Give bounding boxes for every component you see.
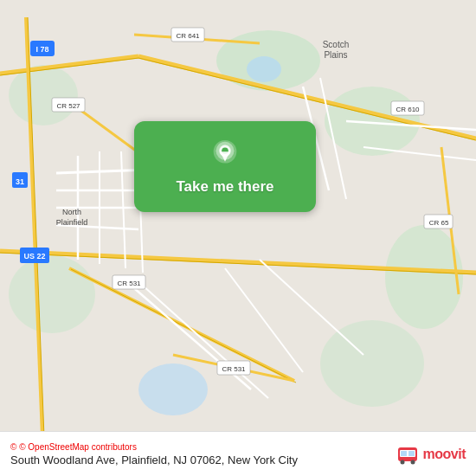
svg-text:Plains: Plains	[324, 50, 347, 60]
address-section: © © OpenStreetMap contributors South Woo…	[10, 442, 298, 466]
bottom-bar: © © OpenStreetMap contributors South Woo…	[0, 431, 476, 476]
svg-line-10	[0, 58, 138, 75]
svg-text:I 78: I 78	[35, 45, 48, 54]
svg-text:CR 531: CR 531	[117, 280, 141, 287]
svg-rect-69	[401, 451, 407, 456]
svg-rect-70	[408, 451, 415, 456]
svg-point-7	[247, 56, 281, 82]
svg-text:CR 531: CR 531	[222, 365, 246, 373]
osm-credit: © © OpenStreetMap contributors	[10, 442, 298, 452]
svg-line-36	[225, 268, 303, 372]
svg-line-37	[260, 260, 363, 355]
svg-line-8	[0, 56, 138, 74]
address-text: South Woodland Ave, Plainfield, NJ 07062…	[10, 453, 298, 466]
svg-point-3	[9, 65, 78, 125]
svg-text:CR 641: CR 641	[176, 32, 200, 40]
svg-text:CR 527: CR 527	[56, 102, 80, 110]
svg-point-67	[400, 460, 404, 464]
map-svg: I 78 CR 641 Scotch Plains CR 527 CR 610 …	[0, 0, 476, 476]
svg-text:CR 65: CR 65	[429, 219, 449, 227]
svg-text:CR 610: CR 610	[396, 106, 420, 113]
svg-text:US 22: US 22	[23, 252, 45, 261]
button-label: Take me there	[176, 178, 273, 196]
map-pin-icon	[211, 138, 239, 173]
svg-text:North: North	[62, 208, 81, 216]
svg-line-16	[78, 108, 143, 156]
svg-line-27	[121, 151, 125, 268]
map-container: I 78 CR 641 Scotch Plains CR 527 CR 610 …	[0, 0, 476, 476]
moovit-brand-text: moovit	[423, 447, 466, 462]
svg-point-68	[410, 460, 415, 464]
moovit-bus-icon	[396, 442, 420, 466]
svg-point-6	[138, 363, 208, 415]
take-me-there-button[interactable]: Take me there	[134, 121, 316, 212]
svg-text:Scotch: Scotch	[323, 40, 350, 49]
svg-text:31: 31	[16, 177, 24, 186]
svg-point-5	[320, 320, 424, 407]
svg-point-4	[9, 255, 95, 333]
svg-text:Plainfield: Plainfield	[56, 218, 88, 227]
moovit-logo: moovit	[396, 442, 466, 466]
